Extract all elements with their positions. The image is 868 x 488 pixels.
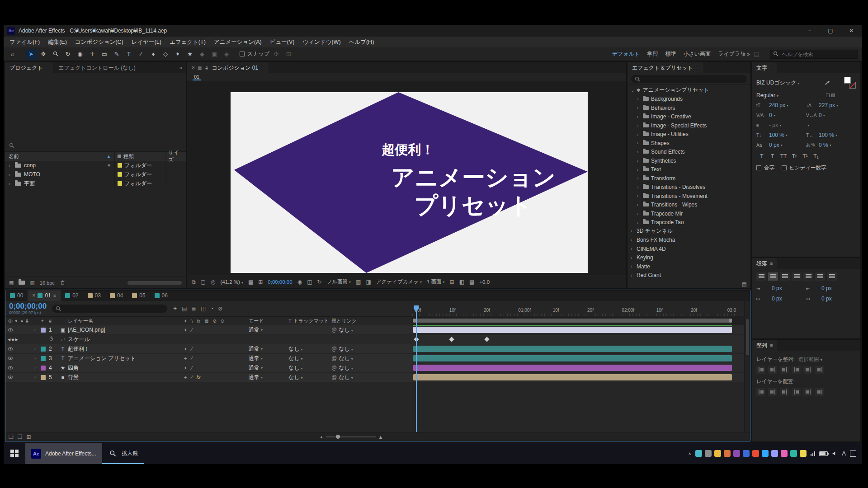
track-row[interactable] bbox=[412, 335, 744, 344]
eyedropper-icon[interactable] bbox=[824, 80, 830, 86]
tray-app-icon[interactable] bbox=[695, 450, 702, 457]
column-size[interactable]: サイズ bbox=[165, 152, 186, 161]
eraser-tool-icon[interactable]: ◇ bbox=[160, 49, 171, 60]
brush-tool-icon[interactable]: ∕ bbox=[136, 49, 146, 60]
preset-folder-row[interactable]: › Synthetics bbox=[627, 156, 750, 165]
grid-guides-icon[interactable]: ▦ bbox=[248, 279, 253, 285]
current-time-display[interactable]: 0;00;00;00 bbox=[9, 302, 47, 311]
pen-tool-icon[interactable]: ✎ bbox=[111, 49, 122, 60]
hand-tool-icon[interactable]: ✥ bbox=[38, 49, 49, 60]
close-tab-icon[interactable]: × bbox=[192, 65, 195, 71]
preset-folder-row[interactable]: › Image - Utilities bbox=[627, 130, 750, 139]
workspace-overflow[interactable]: » bbox=[747, 51, 750, 57]
distribute-bottom-icon[interactable] bbox=[780, 388, 789, 396]
hidden-icons-chevron[interactable]: ∧ bbox=[688, 451, 691, 456]
tab-character[interactable]: 文字≡ bbox=[752, 62, 777, 73]
pan-behind-tool-icon[interactable]: ✛ bbox=[87, 49, 98, 60]
workspace-menu-icon[interactable]: ≡ bbox=[742, 52, 745, 57]
collapse-switch-icon[interactable]: ✦ bbox=[184, 347, 187, 352]
layer-name[interactable]: 超便利！ bbox=[68, 345, 181, 353]
twirl-icon[interactable]: › bbox=[9, 181, 12, 186]
preset-folder-row[interactable]: › Text bbox=[627, 165, 750, 174]
project-row[interactable]: › conp ❖ フォルダー bbox=[5, 161, 186, 170]
twirl-icon[interactable]: › bbox=[637, 202, 641, 207]
switches-column-header[interactable]: ✦ \ fx ▦ ⊘ ⊙ bbox=[181, 319, 249, 324]
blend-mode-select[interactable]: 通常▾ bbox=[249, 374, 288, 381]
layer-label-chip[interactable] bbox=[41, 328, 46, 333]
twirl-icon[interactable]: › bbox=[9, 172, 12, 177]
selection-tool-icon[interactable]: ➤ bbox=[26, 49, 37, 60]
align-bottom-icon[interactable] bbox=[815, 366, 824, 374]
layer-duration-bar[interactable] bbox=[413, 374, 732, 380]
preset-folder-row[interactable]: › Transitions - Movement bbox=[627, 192, 750, 201]
type-style-toggle[interactable]: TT bbox=[778, 152, 789, 161]
frame-blending-icon[interactable]: ◫ bbox=[201, 305, 206, 312]
eye-toggle-icon[interactable] bbox=[8, 327, 13, 333]
stopwatch-icon[interactable] bbox=[49, 336, 54, 341]
timeline-comp-tab[interactable]: × 01 ≡ bbox=[28, 290, 61, 301]
preset-folder-row[interactable]: › Shapes bbox=[627, 139, 750, 148]
puppet-pin-tool-icon[interactable]: ★ bbox=[184, 49, 195, 60]
preset-folder-row[interactable]: › Trapcode Tao bbox=[627, 218, 750, 227]
align-horizontal-center-icon[interactable] bbox=[768, 366, 777, 374]
timeline-comp-tab[interactable]: 05 bbox=[127, 290, 150, 301]
twirl-icon[interactable]: › bbox=[631, 238, 634, 243]
roto-brush-tool-icon[interactable]: ✦ bbox=[172, 49, 183, 60]
preset-folder-row[interactable]: › Transitions - Wipes bbox=[627, 201, 750, 210]
quality-switch-icon[interactable]: ∕ bbox=[191, 346, 192, 352]
align-text-left-button[interactable] bbox=[756, 272, 766, 281]
swap-fill-stroke-icon[interactable] bbox=[826, 94, 830, 97]
tray-app-icon[interactable] bbox=[733, 450, 740, 457]
distribute-right-icon[interactable] bbox=[815, 388, 824, 396]
layer-name[interactable]: 四角 bbox=[68, 364, 181, 372]
view-layout-select[interactable]: 1 画面▾ bbox=[427, 278, 445, 285]
zoom-level[interactable]: (41.2 %)▾ bbox=[220, 279, 243, 285]
horizontal-scale-value[interactable]: 100 % bbox=[819, 132, 834, 138]
matte-column-header[interactable]: Tトラックマット bbox=[288, 318, 331, 324]
flowchart-icon[interactable]: ⧉ bbox=[192, 279, 196, 285]
minimize-button[interactable]: − bbox=[799, 25, 820, 37]
panel-menu-icon[interactable]: ≡ bbox=[53, 293, 56, 298]
tracking-value[interactable]: 0 bbox=[819, 112, 822, 118]
twirl-icon[interactable]: › bbox=[637, 150, 641, 155]
ligatures-toggle[interactable]: 合字 bbox=[756, 164, 774, 171]
project-row[interactable]: › MOTO フォルダー bbox=[5, 170, 186, 179]
panel-menu-icon[interactable]: ≡ bbox=[770, 343, 773, 348]
layer-row[interactable]: › 5 ■ 背景 ✦ ∕ fx bbox=[5, 373, 412, 382]
snap-toggle[interactable]: スナップ bbox=[240, 50, 269, 58]
indent-left-value[interactable]: 0 px bbox=[772, 285, 782, 291]
project-bit-depth[interactable]: 16 bpc bbox=[40, 280, 55, 286]
eye-column-icon[interactable] bbox=[8, 319, 13, 324]
parent-select[interactable]: なし▾ bbox=[339, 374, 353, 381]
comp-nav-item[interactable]: 01 bbox=[193, 74, 201, 80]
composition-mini-flowchart-icon[interactable]: ✦ bbox=[173, 305, 177, 312]
tab-composition[interactable]: × ▦ コンポジション 01 ≡ bbox=[187, 62, 269, 73]
ime-indicator[interactable]: A bbox=[842, 450, 846, 457]
ligatures-checkbox[interactable] bbox=[756, 165, 761, 170]
distribute-left-icon[interactable] bbox=[792, 388, 801, 396]
transparency-grid-icon[interactable]: ◨ bbox=[366, 279, 371, 285]
pickwhip-icon[interactable]: @ bbox=[331, 365, 337, 371]
lock-icon[interactable] bbox=[204, 66, 209, 70]
hindi-digits-checkbox[interactable] bbox=[782, 165, 787, 170]
property-name[interactable]: スケール bbox=[68, 336, 90, 343]
panel-options-icon[interactable]: ▤ bbox=[742, 281, 747, 287]
home-tool-icon[interactable]: ⌂ bbox=[7, 49, 18, 60]
menu-item[interactable]: コンポジション(C) bbox=[71, 38, 127, 46]
menu-item[interactable]: ビュー(V) bbox=[266, 38, 299, 46]
type-tool-icon[interactable]: T bbox=[123, 49, 134, 60]
draft-3d-icon[interactable]: ▤ bbox=[182, 305, 187, 312]
layer-row[interactable]: › 1 ▣ [AE_ICON.png] ✦ ∕ bbox=[5, 325, 412, 335]
align-text-center-button[interactable] bbox=[768, 272, 778, 281]
scrollbar-thumb[interactable] bbox=[746, 319, 749, 355]
quality-switch-icon[interactable]: ∕ bbox=[191, 355, 192, 361]
zoom-tool-icon[interactable] bbox=[50, 49, 61, 60]
layer-name[interactable]: 背景 bbox=[68, 374, 181, 381]
layer-label-chip[interactable] bbox=[41, 375, 46, 380]
tray-app-icon[interactable] bbox=[762, 450, 769, 457]
justify-last-right-button[interactable] bbox=[815, 272, 825, 281]
time-ruler[interactable]: 00f10f20f01;00f10f20f02;00f10f20f03;0 bbox=[412, 301, 744, 316]
tab-effect-controls[interactable]: エフェクトコントロール (なし) bbox=[53, 64, 141, 72]
distribute-vertical-center-icon[interactable] bbox=[768, 388, 777, 396]
align-vertical-center-icon[interactable] bbox=[803, 366, 812, 374]
